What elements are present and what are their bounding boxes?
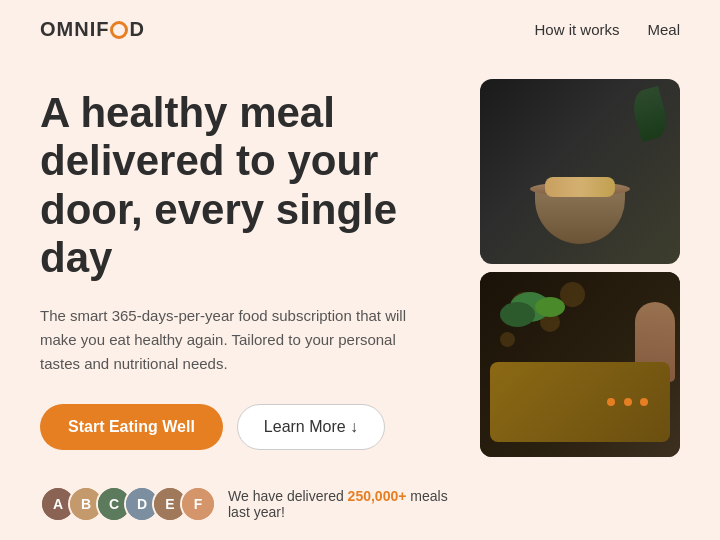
learn-more-button[interactable]: Learn More ↓: [237, 404, 385, 450]
social-text-before: We have delivered: [228, 488, 348, 504]
nav-how-it-works[interactable]: How it works: [534, 21, 619, 38]
plant-decoration: [635, 89, 665, 139]
avatar-group: A B C D E F: [40, 486, 216, 522]
logo-text-2: D: [129, 18, 144, 41]
logo-circle-icon: [110, 21, 128, 39]
cutting-board: [490, 362, 670, 442]
header: OMNIF D How it works Meal: [0, 0, 720, 59]
food-image-bottom: [480, 272, 680, 457]
logo-text-1: OMNIF: [40, 18, 109, 41]
main-nav: How it works Meal: [534, 21, 680, 38]
nav-meals[interactable]: Meal: [647, 21, 680, 38]
start-eating-well-button[interactable]: Start Eating Well: [40, 404, 223, 450]
avatar: F: [180, 486, 216, 522]
cooking-scene: [480, 272, 680, 457]
social-proof-text: We have delivered 250,000+ meals last ye…: [228, 488, 460, 520]
food-bowl: [535, 189, 625, 244]
hero-title: A healthy meal delivered to your door, e…: [40, 89, 460, 282]
hero-images: [480, 79, 680, 535]
food-image-top: [480, 79, 680, 264]
hero-text-area: A healthy meal delivered to your door, e…: [40, 79, 480, 535]
greens-decoration: [500, 292, 580, 352]
food-bits: [605, 394, 650, 412]
hero-section: A healthy meal delivered to your door, e…: [0, 59, 720, 535]
logo: OMNIF D: [40, 18, 145, 41]
hero-social-proof: A B C D E F We have delivered: [40, 486, 460, 522]
hero-buttons: Start Eating Well Learn More ↓: [40, 404, 460, 450]
social-highlight: 250,000+: [348, 488, 407, 504]
hero-description: The smart 365-days-per-year food subscri…: [40, 304, 420, 376]
